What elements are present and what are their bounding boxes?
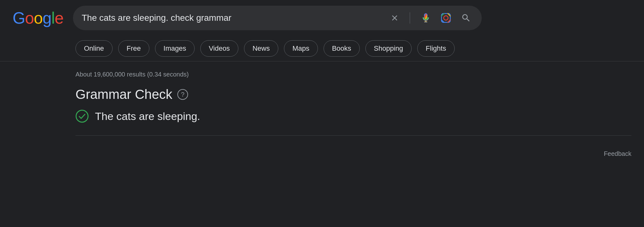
results-stats: About 19,600,000 results (0.34 seconds) [75, 71, 631, 78]
chip-maps[interactable]: Maps [284, 40, 318, 57]
search-bar: The cats are sleeping. check grammar [73, 6, 482, 30]
lens-search-button[interactable] [439, 11, 453, 25]
grammar-corrected-text: The cats are sleeping. [95, 110, 200, 122]
result-title-row: Grammar Check ? [75, 87, 631, 102]
lens-icon [441, 13, 451, 23]
header: Google The cats are sleeping. check gram… [0, 0, 644, 36]
filter-bar: Online Free Images Videos News Maps Book… [0, 36, 644, 61]
search-icon [461, 13, 471, 23]
search-divider [410, 12, 410, 24]
results-area: About 19,600,000 results (0.34 seconds) … [0, 61, 644, 145]
search-input[interactable]: The cats are sleeping. check grammar [82, 13, 383, 23]
chip-books[interactable]: Books [324, 40, 360, 57]
chip-news[interactable]: News [244, 40, 278, 57]
svg-point-4 [444, 16, 448, 20]
chip-shopping[interactable]: Shopping [365, 40, 412, 57]
chip-free[interactable]: Free [118, 40, 149, 57]
result-title-text: Grammar Check [75, 87, 172, 102]
voice-search-button[interactable] [419, 11, 433, 25]
help-icon[interactable]: ? [177, 89, 188, 100]
grammar-result: The cats are sleeping. [75, 110, 631, 123]
check-circle-icon [75, 110, 89, 123]
close-icon [390, 14, 399, 22]
chip-flights[interactable]: Flights [417, 40, 455, 57]
google-logo[interactable]: Google [13, 9, 64, 27]
chip-videos[interactable]: Videos [200, 40, 238, 57]
bottom-divider [75, 135, 631, 136]
feedback-link[interactable]: Feedback [604, 150, 631, 157]
svg-point-5 [76, 110, 88, 122]
chip-online[interactable]: Online [75, 40, 113, 57]
chip-images[interactable]: Images [155, 40, 195, 57]
clear-button[interactable] [388, 12, 401, 24]
feedback-row: Feedback [0, 145, 644, 162]
search-action-icons [388, 11, 473, 25]
mic-color-icon [421, 13, 431, 23]
search-button[interactable] [459, 11, 473, 25]
